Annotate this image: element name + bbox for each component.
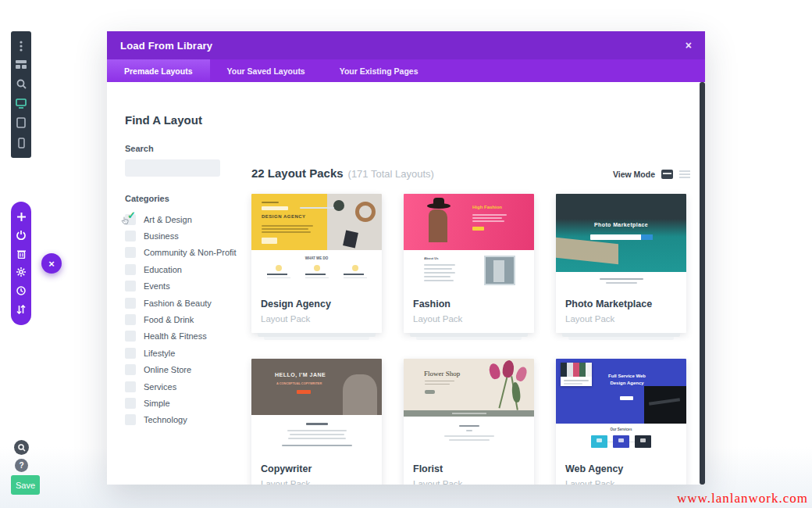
card-title: Fashion <box>413 299 525 309</box>
modal-scrollbar[interactable] <box>700 82 705 485</box>
layout-card-photo-marketplace[interactable]: Photo Marketplace Photo Marketplace Layo… <box>556 194 686 340</box>
phone-preview-icon[interactable] <box>18 138 25 148</box>
history-icon[interactable] <box>16 286 26 295</box>
card-title: Web Agency <box>565 463 677 474</box>
card-title: Photo Marketplace <box>565 299 677 309</box>
view-mode-label: View Mode <box>613 170 655 179</box>
category-simple[interactable]: Simple <box>125 395 242 411</box>
card-title: Florist <box>413 463 525 474</box>
card-title: Design Agency <box>261 299 372 309</box>
category-lifestyle[interactable]: Lifestyle <box>125 345 242 361</box>
builder-toolbar-purple <box>11 202 31 325</box>
layout-thumbnail: Flower Shop <box>404 359 534 456</box>
layout-filter-sidebar: Find A Layout Search Categories ✓ Art & … <box>125 113 242 428</box>
builder-toolbar-dark <box>11 31 31 158</box>
card-subtitle: Layout Pack <box>565 314 677 324</box>
zoom-icon[interactable] <box>16 79 27 89</box>
close-builder-button[interactable]: × <box>41 253 62 274</box>
zoom-fab-icon[interactable] <box>14 440 29 455</box>
tablet-preview-icon[interactable] <box>16 117 26 128</box>
card-subtitle: Layout Pack <box>261 314 372 324</box>
total-layouts-count: (171 Total Layouts) <box>348 168 434 180</box>
category-list: ✓ Art & Design Business Community & Non-… <box>125 211 242 428</box>
layout-thumbnail: Full Service Web Design Agency Our Servi… <box>556 359 686 456</box>
categories-label: Categories <box>125 194 242 203</box>
category-technology[interactable]: Technology <box>125 412 242 428</box>
tab-premade-layouts[interactable]: Premade Layouts <box>107 59 210 82</box>
kebab-menu-icon[interactable] <box>16 41 26 52</box>
layout-pack-grid: DESIGN AGENCY WHAT WE DO <box>251 194 690 485</box>
swap-arrows-icon[interactable] <box>16 305 26 314</box>
watermark-text: www.lanlanwork.com <box>677 491 808 506</box>
save-button[interactable]: Save <box>11 475 40 495</box>
category-food-drink[interactable]: Food & Drink <box>125 311 242 327</box>
layout-card-fashion[interactable]: High Fashion About Us <box>404 194 534 340</box>
list-view-icon[interactable] <box>679 170 690 178</box>
search-input[interactable] <box>125 159 220 177</box>
content-header: 22 Layout Packs (171 Total Layouts) View… <box>251 166 690 180</box>
card-subtitle: Layout Pack <box>413 479 525 485</box>
load-from-library-modal: Load From Library × Premade Layouts Your… <box>107 31 705 485</box>
card-subtitle: Layout Pack <box>261 479 372 485</box>
category-health-fitness[interactable]: Health & Fitness <box>125 328 242 345</box>
modal-title: Load From Library <box>120 40 212 52</box>
layout-card-copywriter[interactable]: HELLO, I'M JANE A CONCEPTUAL COPYWRITER <box>251 359 382 485</box>
category-fashion-beauty[interactable]: Fashion & Beauty <box>125 295 242 311</box>
gear-icon[interactable] <box>16 267 26 277</box>
modal-header: Load From Library × <box>107 31 705 59</box>
category-education[interactable]: Education <box>125 261 242 277</box>
layout-thumbnail: HELLO, I'M JANE A CONCEPTUAL COPYWRITER <box>251 359 382 456</box>
layout-card-web-agency[interactable]: Full Service Web Design Agency Our Servi… <box>556 359 686 485</box>
grid-view-icon[interactable] <box>661 170 673 179</box>
category-community-non-profit[interactable]: Community & Non-Profit <box>125 245 242 261</box>
plus-icon[interactable] <box>17 213 26 221</box>
close-icon[interactable]: × <box>686 39 692 52</box>
category-services[interactable]: Services <box>125 378 242 395</box>
hand-cursor-icon <box>121 216 129 225</box>
help-fab-button[interactable]: ? <box>15 459 28 472</box>
view-mode-control: View Mode <box>613 170 690 179</box>
modal-body: Find A Layout Search Categories ✓ Art & … <box>107 82 705 485</box>
power-icon[interactable] <box>16 231 26 240</box>
modal-tab-bar: Premade Layouts Your Saved Layouts Your … <box>107 59 705 82</box>
category-business[interactable]: Business <box>125 227 242 244</box>
category-art-design[interactable]: ✓ Art & Design <box>125 211 242 227</box>
layout-packs-heading: 22 Layout Packs <box>251 166 344 180</box>
layout-thumbnail: DESIGN AGENCY WHAT WE DO <box>251 194 382 292</box>
layout-thumbnail: High Fashion About Us <box>404 194 534 292</box>
search-label: Search <box>125 144 242 153</box>
tab-your-saved-layouts[interactable]: Your Saved Layouts <box>210 59 322 82</box>
card-title: Copywriter <box>261 463 372 474</box>
tab-your-existing-pages[interactable]: Your Existing Pages <box>322 59 436 82</box>
layout-card-design-agency[interactable]: DESIGN AGENCY WHAT WE DO <box>251 194 382 340</box>
category-online-store[interactable]: Online Store <box>125 362 242 378</box>
sidebar-heading: Find A Layout <box>125 113 242 127</box>
layout-thumbnail: Photo Marketplace <box>556 194 686 292</box>
trash-icon[interactable] <box>17 249 26 259</box>
card-subtitle: Layout Pack <box>413 314 525 324</box>
category-events[interactable]: Events <box>125 278 242 295</box>
card-subtitle: Layout Pack <box>565 479 677 485</box>
layout-card-florist[interactable]: Flower Shop <box>404 359 534 485</box>
layout-blocks-icon[interactable] <box>16 60 27 70</box>
desktop-preview-icon[interactable] <box>16 98 27 109</box>
